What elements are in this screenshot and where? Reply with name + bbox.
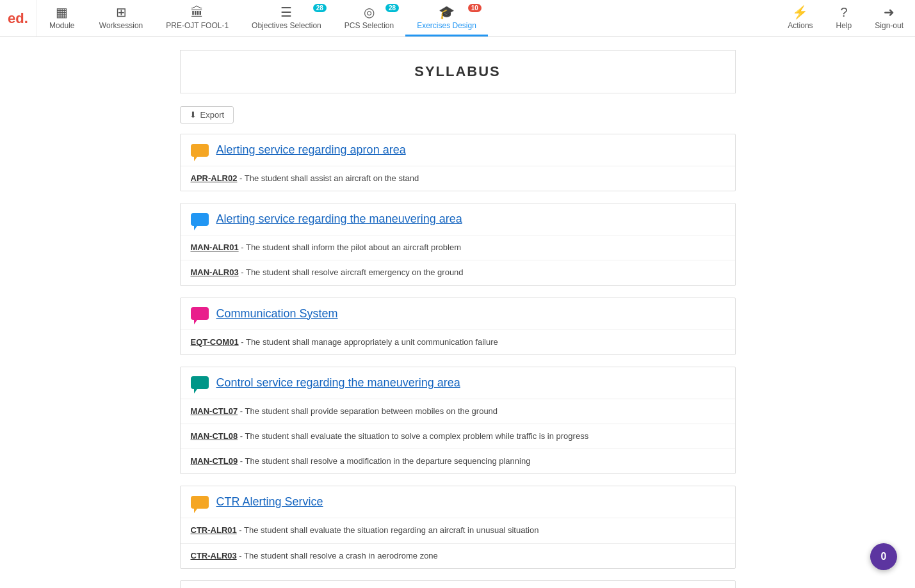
section-bubble-ctr-alerting bbox=[191, 496, 209, 509]
section-item-MAN-CTL07: MAN-CTL07 - The student shall provide se… bbox=[181, 399, 735, 424]
item-code-CTR-ALR01[interactable]: CTR-ALR01 bbox=[191, 525, 237, 535]
item-description-MAN-ALR03: - The student shall resolve aircraft eme… bbox=[239, 267, 464, 277]
section-item-EQT-COM01: EQT-COM01 - The student shall manage app… bbox=[181, 330, 735, 354]
nav-item-exercises[interactable]: 🎓Exercises Design10 bbox=[405, 0, 488, 36]
section-card-ctr-alerting: CTR Alerting ServiceCTR-ALR01 - The stud… bbox=[180, 486, 736, 568]
logo-text: ed. bbox=[8, 10, 28, 27]
section-items-alerting-apron: APR-ALR02 - The student shall assist an … bbox=[181, 166, 735, 191]
module-icon: ▦ bbox=[56, 4, 68, 20]
nav-actions[interactable]: ⚡ Actions bbox=[776, 0, 824, 36]
item-description-CTR-ALR03: - The student shall resolve a crash in a… bbox=[237, 551, 438, 560]
nav-item-objectives[interactable]: ☰Objectives Selection28 bbox=[240, 0, 333, 36]
exercises-icon: 🎓 bbox=[439, 4, 455, 20]
export-icon: ⬇ bbox=[190, 110, 197, 120]
nav-item-worksession[interactable]: ⊞Worksession bbox=[88, 0, 154, 36]
item-description-CTR-ALR01: - The student shall evaluate the situati… bbox=[237, 525, 539, 535]
help-label: Help bbox=[836, 21, 852, 30]
section-items-alerting-maneuvering: MAN-ALR01 - The student shall inform the… bbox=[181, 235, 735, 285]
worksession-icon: ⊞ bbox=[116, 4, 127, 20]
item-code-APR-ALR02[interactable]: APR-ALR02 bbox=[191, 173, 238, 183]
section-title-communication-system[interactable]: Communication System bbox=[216, 307, 338, 321]
fab-label: 0 bbox=[881, 551, 887, 562]
nav-item-pre-ojt[interactable]: 🏛PRE-OJT FOOL-1 bbox=[154, 0, 240, 36]
item-description-MAN-CTL07: - The student shall provide separation b… bbox=[238, 406, 498, 416]
top-navigation: ed. ▦Module⊞Worksession🏛PRE-OJT FOOL-1☰O… bbox=[0, 0, 915, 37]
section-bubble-alerting-maneuvering bbox=[191, 213, 209, 226]
section-card-control-maneuvering: Control service regarding the maneuverin… bbox=[180, 367, 736, 475]
nav-signout[interactable]: ➜ Sign-out bbox=[863, 0, 915, 36]
logo[interactable]: ed. bbox=[0, 0, 36, 36]
export-button[interactable]: ⬇ Export bbox=[180, 106, 234, 123]
section-title-alerting-maneuvering[interactable]: Alerting service regarding the maneuveri… bbox=[216, 212, 462, 226]
item-description-EQT-COM01: - The student shall manage appropriately… bbox=[239, 337, 498, 347]
section-item-CTR-ALR03: CTR-ALR03 - The student shall resolve a … bbox=[181, 544, 735, 568]
nav-item-module[interactable]: ▦Module bbox=[36, 0, 88, 36]
pcs-badge: 28 bbox=[385, 4, 399, 12]
exercises-badge: 10 bbox=[468, 4, 482, 12]
help-icon: ? bbox=[840, 5, 847, 20]
signout-label: Sign-out bbox=[875, 21, 903, 30]
section-card-communication-system: Communication SystemEQT-COM01 - The stud… bbox=[180, 298, 736, 355]
section-item-APR-ALR02: APR-ALR02 - The student shall assist an … bbox=[181, 166, 735, 191]
section-bubble-control-maneuvering bbox=[191, 376, 209, 389]
item-code-MAN-ALR01[interactable]: MAN-ALR01 bbox=[191, 242, 239, 252]
item-code-MAN-CTL08[interactable]: MAN-CTL08 bbox=[191, 431, 238, 441]
section-bubble-communication-system bbox=[191, 307, 209, 320]
module-label: Module bbox=[49, 21, 74, 30]
section-title-row-alerting-maneuvering: Alerting service regarding the maneuveri… bbox=[181, 203, 735, 235]
item-description-MAN-CTL09: - The student shall resolve a modificati… bbox=[238, 456, 530, 466]
item-code-MAN-CTL07[interactable]: MAN-CTL07 bbox=[191, 406, 238, 416]
section-item-MAN-ALR01: MAN-ALR01 - The student shall inform the… bbox=[181, 235, 735, 260]
pre-ojt-label: PRE-OJT FOOL-1 bbox=[166, 21, 229, 30]
nav-item-pcs[interactable]: ◎PCS Selection28 bbox=[333, 0, 405, 36]
section-title-alerting-apron[interactable]: Alerting service regarding apron area bbox=[216, 143, 406, 157]
section-card-alerting-apron: Alerting service regarding apron areaAPR… bbox=[180, 134, 736, 191]
objectives-label: Objectives Selection bbox=[252, 21, 321, 30]
objectives-icon: ☰ bbox=[280, 4, 292, 20]
exercises-label: Exercises Design bbox=[417, 21, 476, 30]
pre-ojt-icon: 🏛 bbox=[191, 5, 204, 20]
section-card-ctr-control: CTR control serviceCTR-CTL01 - The stude… bbox=[180, 580, 736, 588]
section-item-MAN-ALR03: MAN-ALR03 - The student shall resolve ai… bbox=[181, 260, 735, 285]
item-description-APR-ALR02: - The student shall assist an aircraft o… bbox=[237, 173, 419, 183]
item-code-EQT-COM01[interactable]: EQT-COM01 bbox=[191, 337, 239, 347]
worksession-label: Worksession bbox=[99, 21, 143, 30]
actions-label: Actions bbox=[788, 21, 813, 30]
section-title-row-ctr-control: CTR control service bbox=[181, 581, 735, 588]
sections-container: Alerting service regarding apron areaAPR… bbox=[180, 134, 736, 588]
section-items-control-maneuvering: MAN-CTL07 - The student shall provide se… bbox=[181, 399, 735, 474]
section-items-communication-system: EQT-COM01 - The student shall manage app… bbox=[181, 330, 735, 354]
item-code-MAN-CTL09[interactable]: MAN-CTL09 bbox=[191, 456, 238, 466]
section-card-alerting-maneuvering: Alerting service regarding the maneuveri… bbox=[180, 203, 736, 285]
syllabus-header: SYLLABUS bbox=[180, 50, 736, 93]
nav-help[interactable]: ? Help bbox=[825, 0, 864, 36]
item-code-CTR-ALR03[interactable]: CTR-ALR03 bbox=[191, 551, 237, 560]
objectives-badge: 28 bbox=[313, 4, 327, 12]
lightning-icon: ⚡ bbox=[792, 4, 808, 20]
nav-right: ⚡ Actions ? Help ➜ Sign-out bbox=[776, 0, 915, 36]
main-content: SYLLABUS ⬇ Export Alerting service regar… bbox=[170, 37, 746, 588]
section-title-row-alerting-apron: Alerting service regarding apron area bbox=[181, 134, 735, 166]
syllabus-title: SYLLABUS bbox=[414, 63, 501, 79]
signout-icon: ➜ bbox=[884, 4, 895, 20]
section-title-control-maneuvering[interactable]: Control service regarding the maneuverin… bbox=[216, 376, 460, 390]
section-item-MAN-CTL08: MAN-CTL08 - The student shall evaluate t… bbox=[181, 424, 735, 449]
section-bubble-alerting-apron bbox=[191, 144, 209, 157]
section-item-MAN-CTL09: MAN-CTL09 - The student shall resolve a … bbox=[181, 449, 735, 473]
pcs-icon: ◎ bbox=[364, 4, 375, 20]
item-description-MAN-CTL08: - The student shall evaluate the situati… bbox=[238, 431, 588, 441]
item-description-MAN-ALR01: - The student shall inform the pilot abo… bbox=[239, 242, 461, 252]
section-items-ctr-alerting: CTR-ALR01 - The student shall evaluate t… bbox=[181, 518, 735, 568]
pcs-label: PCS Selection bbox=[344, 21, 394, 30]
nav-items: ▦Module⊞Worksession🏛PRE-OJT FOOL-1☰Objec… bbox=[36, 0, 488, 36]
section-title-row-ctr-alerting: CTR Alerting Service bbox=[181, 486, 735, 518]
section-title-row-control-maneuvering: Control service regarding the maneuverin… bbox=[181, 367, 735, 399]
section-title-row-communication-system: Communication System bbox=[181, 298, 735, 330]
section-title-ctr-alerting[interactable]: CTR Alerting Service bbox=[216, 495, 323, 509]
fab-button[interactable]: 0 bbox=[870, 543, 897, 570]
item-code-MAN-ALR03[interactable]: MAN-ALR03 bbox=[191, 267, 239, 277]
section-item-CTR-ALR01: CTR-ALR01 - The student shall evaluate t… bbox=[181, 518, 735, 543]
export-label: Export bbox=[200, 110, 225, 120]
